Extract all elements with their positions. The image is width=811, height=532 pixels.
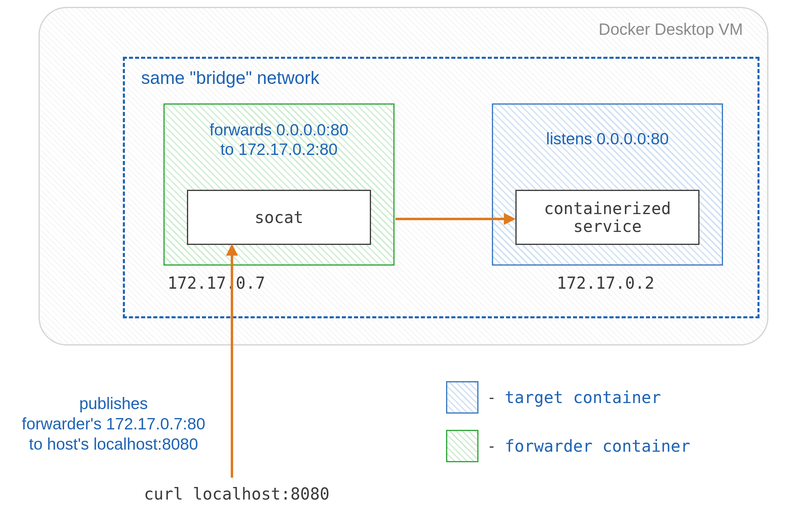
target-process-label: containerized service	[544, 200, 671, 235]
publish-caption: publishes forwarder's 172.17.0.7:80 to h…	[0, 393, 227, 454]
publish-line3: to host's localhost:8080	[29, 435, 198, 453]
vm-title: Docker Desktop VM	[599, 20, 743, 39]
forwarder-ip: 172.17.0.7	[167, 274, 265, 292]
diagram-root: Docker Desktop VM same "bridge" network …	[0, 0, 811, 532]
forwarder-container: forwards 0.0.0.0:80 to 172.17.0.2:80 soc…	[163, 103, 395, 266]
arrow-forwarder-to-target	[395, 211, 516, 227]
legend-target-label: target container	[505, 388, 661, 407]
forwarder-process-label: socat	[255, 208, 303, 226]
legend-swatch-target	[446, 381, 478, 414]
forwarder-desc-line2: to 172.17.0.2:80	[220, 140, 337, 158]
legend-forwarder-label: forwarder container	[505, 437, 691, 455]
publish-line2: forwarder's 172.17.0.7:80	[22, 415, 205, 433]
vm-box: Docker Desktop VM same "bridge" network …	[39, 7, 768, 345]
legend-target: - target container	[446, 381, 661, 414]
target-container: listens 0.0.0.0:80 containerized service	[492, 103, 723, 266]
target-desc-line1: listens 0.0.0.0:80	[546, 130, 669, 148]
curl-command: curl localhost:8080	[144, 485, 330, 503]
bridge-network-box: same "bridge" network forwards 0.0.0.0:8…	[123, 57, 760, 318]
target-ip: 172.17.0.2	[557, 274, 654, 292]
forwarder-process-box: socat	[187, 190, 371, 245]
forwarder-desc-line1: forwards 0.0.0.0:80	[210, 121, 348, 139]
target-process-box: containerized service	[515, 190, 699, 245]
legend-swatch-forwarder	[446, 430, 478, 462]
forwarder-desc: forwards 0.0.0.0:80 to 172.17.0.2:80	[165, 105, 393, 159]
legend-forwarder: - forwarder container	[446, 430, 690, 462]
target-desc: listens 0.0.0.0:80	[493, 105, 722, 148]
legend-dash: -	[489, 438, 494, 455]
publish-line1: publishes	[79, 395, 148, 412]
svg-marker-3	[226, 244, 238, 255]
legend-dash: -	[489, 389, 494, 406]
svg-marker-1	[504, 213, 515, 225]
bridge-title: same "bridge" network	[141, 68, 320, 88]
